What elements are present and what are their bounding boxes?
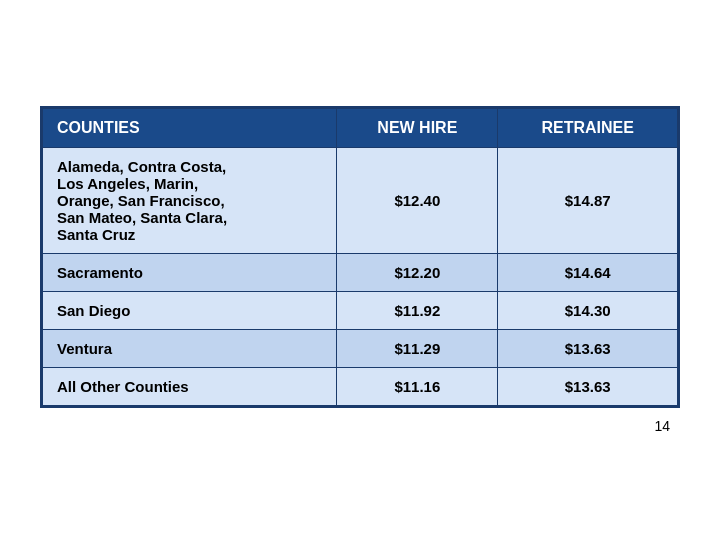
cell-new-hire: $11.92: [337, 291, 498, 329]
cell-county: All Other Counties: [43, 367, 337, 405]
table-header-row: COUNTIES NEW HIRE RETRAINEE: [43, 108, 678, 147]
table-row: Alameda, Contra Costa, Los Angeles, Mari…: [43, 147, 678, 253]
header-counties: COUNTIES: [43, 108, 337, 147]
cell-new-hire: $11.29: [337, 329, 498, 367]
cell-retrainee: $14.30: [498, 291, 678, 329]
cell-county: Sacramento: [43, 253, 337, 291]
cell-county: Alameda, Contra Costa, Los Angeles, Mari…: [43, 147, 337, 253]
header-retrainee: RETRAINEE: [498, 108, 678, 147]
cell-retrainee: $14.64: [498, 253, 678, 291]
wages-table: COUNTIES NEW HIRE RETRAINEE Alameda, Con…: [42, 108, 678, 406]
table-body: Alameda, Contra Costa, Los Angeles, Mari…: [43, 147, 678, 405]
cell-county: Ventura: [43, 329, 337, 367]
table-row: All Other Counties$11.16$13.63: [43, 367, 678, 405]
wages-table-container: COUNTIES NEW HIRE RETRAINEE Alameda, Con…: [40, 106, 680, 408]
header-new-hire: NEW HIRE: [337, 108, 498, 147]
page-number: 14: [40, 418, 680, 434]
cell-new-hire: $11.16: [337, 367, 498, 405]
cell-retrainee: $14.87: [498, 147, 678, 253]
cell-retrainee: $13.63: [498, 367, 678, 405]
cell-retrainee: $13.63: [498, 329, 678, 367]
cell-new-hire: $12.40: [337, 147, 498, 253]
cell-county: San Diego: [43, 291, 337, 329]
table-row: Ventura$11.29$13.63: [43, 329, 678, 367]
table-row: San Diego$11.92$14.30: [43, 291, 678, 329]
table-row: Sacramento$12.20$14.64: [43, 253, 678, 291]
cell-new-hire: $12.20: [337, 253, 498, 291]
